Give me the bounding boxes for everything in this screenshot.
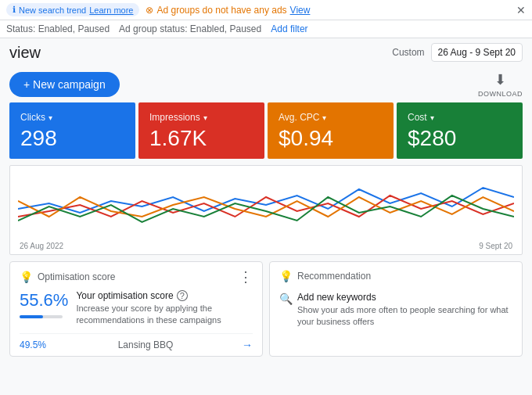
chart-start-date: 26 Aug 2022 — [20, 242, 63, 250]
chart-dates: 26 Aug 2022 9 Sept 20 — [18, 242, 514, 250]
metric-card-impressions[interactable]: Impressions ▾ 1.67K — [138, 102, 264, 159]
metric-card-cpc[interactable]: Avg. CPC ▾ $0.94 — [268, 102, 394, 159]
clicks-value: 298 — [20, 127, 124, 149]
recommendation-panel-header: 💡 Recommendation — [279, 270, 512, 282]
new-campaign-button[interactable]: + New campaign — [9, 72, 120, 97]
recommendation-title-row: 💡 Recommendation — [279, 270, 371, 282]
close-icon[interactable]: ✕ — [516, 4, 526, 16]
help-icon: ? — [177, 290, 188, 301]
clicks-dropdown-arrow: ▾ — [49, 113, 52, 122]
clicks-label: Clicks ▾ — [20, 112, 124, 123]
date-range-area: Custom 26 Aug - 9 Sept 20 — [392, 43, 523, 62]
warning-text: Ad groups do not have any ads — [156, 5, 286, 16]
download-icon: ⬇ — [494, 71, 507, 88]
progress-bar-bg — [20, 315, 63, 318]
trend-notice: ℹ New search trend Learn more — [6, 3, 139, 16]
optimisation-panel: 💡 Optimisation score ⋮ 55.6% Your optimi… — [9, 261, 263, 357]
bulb-icon: 💡 — [20, 271, 33, 283]
recommendation-panel-title: Recommendation — [297, 271, 371, 282]
metric-cards: Clicks ▾ 298 Impressions ▾ 1.67K Avg. CP… — [0, 102, 532, 159]
ad-group-status: Ad group status: Enabled, Paused — [119, 23, 261, 34]
page-title: view — [9, 44, 41, 62]
campaign-arrow-icon: → — [242, 339, 253, 351]
toolbar: + New campaign ⬇ DOWNLOAD — [0, 66, 532, 102]
campaign-percent: 49.5% — [20, 339, 46, 350]
cost-dropdown-arrow: ▾ — [430, 113, 434, 122]
chart-end-date: 9 Sept 20 — [479, 242, 512, 250]
status-tag: Status: Enabled, Paused — [6, 23, 110, 34]
trend-text: New search trend — [19, 5, 86, 15]
optimisation-panel-header: 💡 Optimisation score ⋮ — [20, 270, 253, 284]
metric-card-clicks[interactable]: Clicks ▾ 298 — [9, 102, 135, 159]
score-description: Your optimisation score ? Increase your … — [76, 290, 253, 327]
cost-label: Cost ▾ — [408, 112, 512, 123]
optimisation-panel-title: Optimisation score — [38, 271, 115, 282]
impressions-label: Impressions ▾ — [149, 112, 253, 123]
impressions-value: 1.67K — [149, 127, 253, 149]
optimisation-title-row: 💡 Optimisation score — [20, 271, 115, 283]
header-row: view Custom 26 Aug - 9 Sept 20 — [0, 38, 532, 66]
cpc-dropdown-arrow: ▾ — [322, 113, 326, 122]
score-section: 55.6% Your optimisation score ? Increase… — [20, 290, 253, 327]
bottom-panels: 💡 Optimisation score ⋮ 55.6% Your optimi… — [0, 255, 532, 357]
warning-icon: ⊗ — [146, 5, 153, 16]
impressions-dropdown-arrow: ▾ — [203, 113, 207, 122]
score-sub-text: Increase your score by applying the reco… — [76, 303, 253, 327]
big-score: 55.6% — [20, 290, 68, 311]
score-column: 55.6% — [20, 290, 68, 318]
cost-value: $280 — [408, 127, 512, 149]
campaign-name: Lansing BBQ — [118, 339, 174, 350]
recommendation-content: 🔍 Add new keywords Show your ads more of… — [279, 289, 512, 332]
add-filter-link[interactable]: Add filter — [271, 23, 307, 34]
view-link[interactable]: View — [290, 5, 311, 16]
performance-chart — [18, 174, 514, 236]
progress-bar-fill — [20, 315, 43, 318]
rec-text-block: Add new keywords Show your ads more ofte… — [297, 292, 512, 329]
rec-title: Add new keywords — [297, 292, 512, 303]
score-title: Your optimisation score ? — [76, 290, 253, 301]
cpc-value: $0.94 — [279, 127, 383, 149]
custom-label: Custom — [392, 47, 424, 58]
cpc-label: Avg. CPC ▾ — [279, 112, 383, 123]
more-options-button[interactable]: ⋮ — [239, 270, 253, 284]
filter-bar: Status: Enabled, Paused Ad group status:… — [0, 20, 532, 38]
chart-area: 26 Aug 2022 9 Sept 20 — [9, 165, 523, 255]
warning-notice: ⊗ Ad groups do not have any ads View — [146, 5, 310, 16]
learn-more-link[interactable]: Learn more — [89, 5, 133, 15]
info-icon: ℹ — [13, 5, 16, 15]
metric-card-cost[interactable]: Cost ▾ $280 — [397, 102, 523, 159]
search-q-icon: 🔍 — [279, 293, 293, 305]
date-range-picker[interactable]: 26 Aug - 9 Sept 20 — [431, 43, 523, 62]
top-notification-bar: ℹ New search trend Learn more ⊗ Ad group… — [0, 0, 532, 20]
rec-desc: Show your ads more often to people searc… — [297, 304, 512, 329]
download-label: DOWNLOAD — [478, 90, 523, 98]
recommendation-panel: 💡 Recommendation 🔍 Add new keywords Show… — [269, 261, 523, 357]
rec-item: 🔍 Add new keywords Show your ads more of… — [279, 289, 512, 332]
campaign-row[interactable]: 49.5% Lansing BBQ → — [20, 333, 253, 351]
bulb-icon-rec: 💡 — [279, 270, 293, 282]
download-button[interactable]: ⬇ DOWNLOAD — [478, 71, 523, 98]
